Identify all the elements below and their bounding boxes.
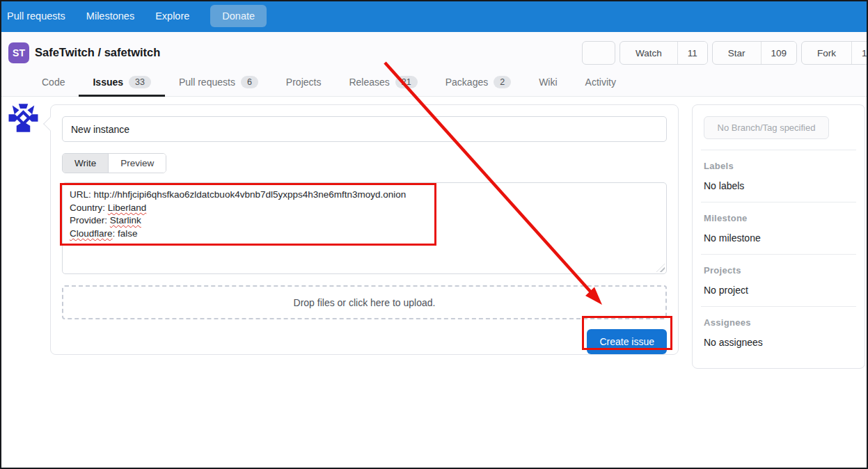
submit-row: Create issue (62, 329, 667, 354)
repo-tab[interactable]: Projects (272, 70, 336, 97)
divider (701, 202, 856, 202)
tab-label: Pull requests (179, 77, 235, 88)
body-text: URL: http://hhfjcipi6qhsfkao6zldatcbuok4… (70, 189, 406, 200)
repo-avatar[interactable]: ST (8, 42, 29, 63)
action-label[interactable]: Watch (620, 42, 677, 64)
editor-tabs: Write Preview (62, 153, 166, 173)
repo-tab[interactable]: Releases 21 (335, 70, 431, 97)
body-line: Provider: Starlink (70, 214, 659, 228)
create-issue-button[interactable]: Create issue (587, 329, 667, 354)
tab-count-badge: 21 (395, 76, 418, 88)
sidebar-section-heading[interactable]: Projects (704, 265, 853, 276)
file-dropzone[interactable]: Drop files or click here to upload. (62, 285, 667, 319)
nav-item[interactable]: Milestones (86, 10, 134, 22)
tab-label: Wiki (539, 77, 557, 88)
body-text: Provider: (70, 215, 110, 225)
body-line: URL: http://hhfjcipi6qhsfkao6zldatcbuok4… (70, 189, 659, 202)
action-label[interactable]: Star (713, 42, 761, 64)
user-identicon-avatar[interactable] (8, 102, 39, 134)
sidebar-section-heading[interactable]: Assignees (704, 317, 853, 328)
tab-label: Activity (585, 77, 616, 88)
sidebar-section-heading[interactable]: Labels (704, 161, 853, 171)
body-text: : false (113, 228, 138, 239)
action-count[interactable]: 11 (677, 42, 707, 64)
action-count[interactable]: 18 (851, 42, 868, 64)
tab-label: Releases (349, 77, 389, 88)
nav-item[interactable]: Pull requests (7, 10, 65, 22)
sidebar-section-value: No labels (704, 180, 853, 191)
tab-label: Packages (445, 77, 488, 88)
issue-title-input[interactable] (62, 116, 667, 142)
repo-action-button[interactable]: Star 109 (712, 41, 797, 65)
repo-tab[interactable]: Issues 33 (79, 70, 165, 97)
tab-label: Code (42, 77, 65, 88)
repo-action-button[interactable]: Fork 18 (801, 41, 868, 65)
repo-tab[interactable]: Wiki (525, 70, 571, 97)
top-navbar: Pull requestsMilestonesExplore Donate (0, 0, 868, 32)
repo-action-button[interactable]: Watch 11 (620, 41, 708, 65)
repo-title[interactable]: SafeTwitch / safetwitch (35, 46, 160, 59)
action-count[interactable]: 109 (761, 42, 797, 64)
misspelled-word: Liberland (108, 202, 147, 213)
donate-button[interactable]: Donate (210, 5, 267, 27)
repo-tab[interactable]: Packages 2 (432, 70, 525, 97)
issue-sidebar: No Branch/Tag specified Labels No labels… (692, 104, 865, 369)
body-line: Country: Liberland (70, 202, 659, 215)
body-line: Cloudflare: false (70, 228, 659, 241)
tab-label: Issues (93, 77, 123, 88)
tab-count-badge: 6 (241, 76, 258, 88)
body-text: Country: (70, 202, 108, 213)
sidebar-section-heading[interactable]: Milestone (704, 213, 853, 223)
dropzone-label: Drop files or click here to upload. (294, 297, 436, 308)
sidebar-section: Assignees No assignees (704, 306, 853, 348)
empty-action-button[interactable] (582, 41, 615, 65)
sidebar-section: Labels No labels (704, 150, 853, 191)
misspelled-word: Starlink (110, 215, 141, 225)
repo-tab[interactable]: Activity (571, 70, 630, 97)
preview-tab[interactable]: Preview (108, 154, 166, 173)
sidebar-section: Milestone No milestone (704, 202, 853, 244)
tab-count-badge: 2 (494, 76, 511, 88)
sidebar-section-value: No assignees (704, 337, 853, 348)
write-tab[interactable]: Write (63, 154, 108, 173)
new-issue-form: Write Preview URL: http://hhfjcipi6qhsfk… (50, 104, 679, 355)
misspelled-word: Cloudflare (70, 228, 113, 239)
tab-count-badge: 33 (129, 76, 151, 88)
divider (701, 306, 856, 307)
sidebar-section-value: No project (704, 285, 853, 296)
action-label[interactable]: Fork (802, 42, 851, 64)
divider (701, 150, 856, 150)
resize-grip[interactable] (656, 264, 665, 272)
sidebar-section-value: No milestone (704, 232, 853, 244)
repo-tabs: Code Issues 33 Pull requests 6 Projects … (0, 70, 868, 97)
tab-label: Projects (286, 77, 322, 88)
issue-body-textarea[interactable]: URL: http://hhfjcipi6qhsfkao6zldatcbuok4… (62, 182, 667, 274)
branch-tag-button[interactable]: No Branch/Tag specified (704, 116, 829, 139)
sidebar-section: Projects No project (704, 254, 853, 296)
repo-tab[interactable]: Pull requests 6 (165, 70, 272, 97)
divider (701, 254, 856, 255)
repo-tab[interactable]: Code (28, 70, 79, 97)
repo-actions: Watch 11 Star 109 Fork 18 (582, 41, 868, 65)
nav-item[interactable]: Explore (155, 10, 189, 22)
comment-caret (43, 117, 57, 131)
